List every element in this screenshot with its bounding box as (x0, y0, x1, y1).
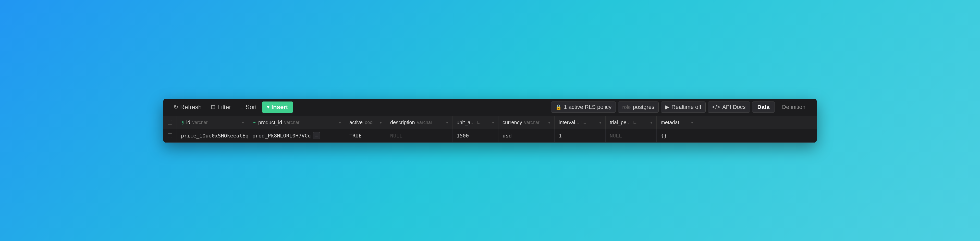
toolbar: ↻ Refresh ⊟ Filter ≡ Sort ▾ Insert 🔒 (163, 99, 817, 116)
col-header-interval[interactable]: interval... i... ▾ (554, 116, 605, 129)
api-docs-button[interactable]: </> API Docs (708, 101, 750, 113)
rls-label: 1 active RLS policy (564, 104, 611, 110)
col-interval-chevron: ▾ (599, 120, 601, 125)
col-header-description[interactable]: description varchar ▾ (386, 116, 452, 129)
table-container: ↻ Refresh ⊟ Filter ≡ Sort ▾ Insert 🔒 (163, 99, 817, 143)
refresh-icon: ↻ (173, 104, 178, 110)
cell-metadata[interactable]: {} (656, 129, 697, 142)
refresh-button[interactable]: ↻ Refresh (169, 101, 206, 113)
row-expand-icon[interactable]: → (313, 132, 320, 139)
realtime-icon: ▶ (665, 104, 670, 110)
insert-label: Insert (271, 103, 288, 111)
refresh-label: Refresh (180, 103, 202, 111)
column-header-row: ⚷ id varchar ▾ ⚭ product_id varchar ▾ ac… (163, 116, 817, 129)
cell-currency[interactable]: usd (498, 129, 554, 142)
col-active-chevron: ▾ (380, 120, 382, 125)
tab-definition[interactable]: Definition (777, 102, 811, 113)
sort-button[interactable]: ≡ Sort (236, 101, 261, 113)
cell-description[interactable]: NULL (386, 129, 452, 142)
col-header-currency[interactable]: currency varchar ▾ (498, 116, 554, 129)
insert-chevron-icon: ▾ (267, 104, 269, 110)
cell-product-id[interactable]: prod_Pk8HLORL0H7VCq → (248, 129, 345, 142)
cell-interval[interactable]: 1 (554, 129, 605, 142)
table-row: price_1Oue0xSHQkeealEqxoNG4qQ0 prod_Pk8H… (163, 129, 817, 143)
cell-active[interactable]: TRUE (345, 129, 386, 142)
filter-icon: ⊟ (211, 104, 215, 110)
cell-unit-amount[interactable]: 1500 (452, 129, 498, 142)
col-trial-chevron: ▾ (650, 120, 652, 125)
col-desc-chevron: ▾ (446, 120, 448, 125)
col-header-id[interactable]: ⚷ id varchar ▾ (177, 116, 248, 129)
toolbar-left: ↻ Refresh ⊟ Filter ≡ Sort ▾ Insert (169, 101, 550, 113)
col-header-product-id[interactable]: ⚭ product_id varchar ▾ (248, 116, 345, 129)
realtime-button[interactable]: ▶ Realtime off (661, 101, 706, 113)
col-unit-chevron: ▾ (492, 120, 494, 125)
cell-trial-period[interactable]: NULL (605, 129, 656, 142)
tab-data[interactable]: Data (752, 101, 775, 113)
row-checkbox[interactable] (168, 133, 172, 138)
col-currency-chevron: ▾ (548, 120, 550, 125)
insert-button[interactable]: ▾ Insert (262, 101, 293, 113)
col-id-chevron: ▾ (242, 120, 244, 125)
role-badge: role postgres (618, 101, 659, 113)
realtime-label: Realtime off (671, 104, 701, 110)
col-header-trial-period[interactable]: trial_pe... i... ▾ (605, 116, 656, 129)
filter-label: Filter (218, 103, 231, 111)
link-icon: ⚭ (252, 120, 256, 125)
row-checkbox-cell (163, 133, 177, 138)
sort-label: Sort (245, 103, 257, 111)
rls-badge: 🔒 1 active RLS policy (551, 101, 616, 113)
col-product-chevron: ▾ (339, 120, 341, 125)
cell-id[interactable]: price_1Oue0xSHQkeealEqxoNG4qQ0 (177, 129, 248, 142)
toolbar-right: 🔒 1 active RLS policy role postgres ▶ Re… (551, 101, 811, 113)
key-icon: ⚷ (181, 120, 184, 125)
col-header-metadata[interactable]: metadat ▾ (656, 116, 697, 129)
filter-button[interactable]: ⊟ Filter (207, 101, 235, 113)
lock-icon: 🔒 (555, 104, 562, 110)
header-checkbox[interactable] (168, 120, 172, 125)
col-meta-chevron: ▾ (691, 120, 693, 125)
api-docs-label: API Docs (722, 104, 746, 110)
col-header-unit-amount[interactable]: unit_a... i... ▾ (452, 116, 498, 129)
sort-icon: ≡ (240, 104, 243, 110)
code-icon: </> (712, 104, 720, 110)
col-header-active[interactable]: active bool ▾ (345, 116, 386, 129)
role-prefix: role (622, 104, 631, 110)
role-value: postgres (633, 104, 654, 110)
header-checkbox-cell (163, 120, 177, 125)
